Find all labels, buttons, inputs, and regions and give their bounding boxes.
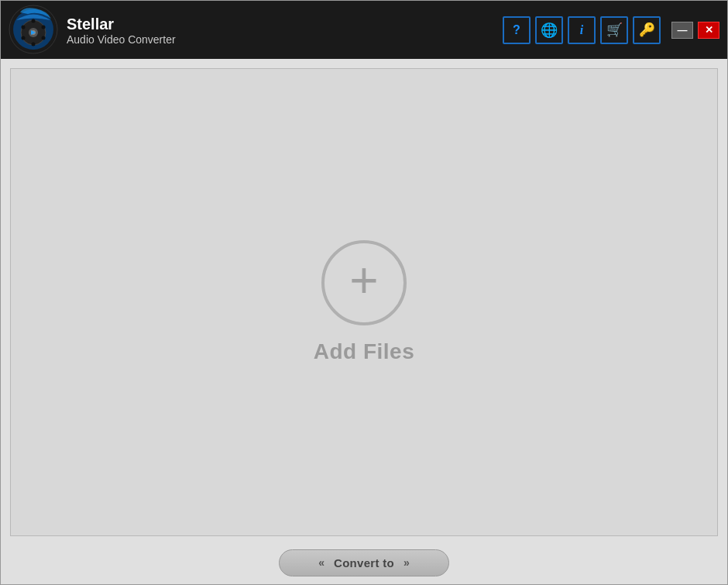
app-title-group: Stellar Audio Video Converter — [67, 15, 503, 46]
cart-button[interactable]: 🛒 — [600, 16, 628, 44]
key-icon: 🔑 — [639, 22, 655, 38]
app-name: Stellar — [67, 15, 503, 33]
title-bar: Stellar Audio Video Converter ? 🌐 i 🛒 🔑 … — [1, 1, 727, 59]
svg-point-10 — [22, 26, 26, 29]
main-content: + Add Files — [1, 59, 727, 545]
bottom-bar: « Convert to » — [1, 545, 727, 584]
help-button[interactable]: ? — [503, 16, 531, 44]
svg-point-8 — [32, 43, 36, 46]
minimize-button[interactable]: — — [671, 22, 693, 39]
svg-point-9 — [22, 36, 26, 40]
plus-icon: + — [349, 256, 378, 305]
window-controls: — ✕ — [671, 22, 719, 39]
cart-icon: 🛒 — [606, 22, 623, 38]
toolbar-buttons: ? 🌐 i 🛒 🔑 — ✕ — [503, 16, 719, 44]
close-button[interactable]: ✕ — [698, 22, 719, 39]
app-subtitle: Audio Video Converter — [67, 33, 503, 46]
key-button[interactable]: 🔑 — [633, 16, 661, 44]
add-files-label: Add Files — [314, 339, 415, 364]
left-chevron-icon: « — [318, 556, 325, 569]
drop-zone[interactable]: + Add Files — [10, 68, 718, 536]
add-icon-circle: + — [321, 240, 407, 325]
convert-to-button[interactable]: « Convert to » — [279, 549, 449, 576]
app-logo — [9, 5, 59, 55]
globe-button[interactable]: 🌐 — [535, 16, 563, 44]
svg-point-6 — [42, 26, 46, 29]
right-chevron-icon: » — [403, 556, 410, 569]
info-button[interactable]: i — [568, 16, 596, 44]
svg-point-5 — [32, 19, 36, 23]
globe-icon: 🌐 — [541, 22, 558, 39]
convert-to-label: Convert to — [334, 556, 394, 570]
svg-point-7 — [42, 36, 46, 40]
main-window: Stellar Audio Video Converter ? 🌐 i 🛒 🔑 … — [0, 0, 728, 585]
